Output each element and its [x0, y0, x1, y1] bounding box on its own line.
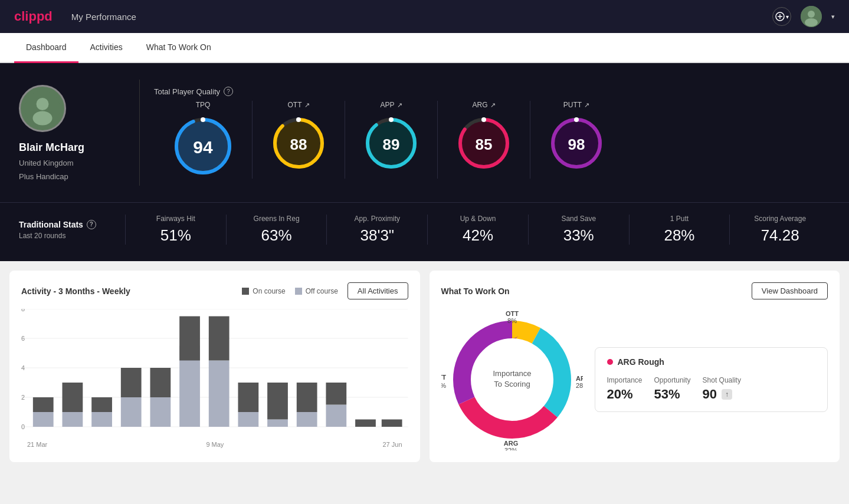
trad-stat-value-3: 42% [437, 226, 519, 245]
trad-stat-label-4: Sand Save [538, 215, 619, 223]
avatar-chevron: ▾ [831, 13, 835, 21]
bar-on-3 [91, 397, 112, 412]
trad-stats-grid: Fairways Hit 51% Greens In Reg 63% App. … [125, 215, 830, 245]
bar-off-3 [91, 412, 112, 427]
player-country: United Kingdom [19, 159, 74, 167]
svg-text:OTT: OTT [506, 310, 519, 317]
x-axis-labels: 21 Mar 9 May 27 Jun [21, 441, 408, 448]
tab-dashboard[interactable]: Dashboard [14, 33, 78, 63]
svg-text:2: 2 [21, 394, 25, 401]
what-to-work-on-card: What To Work On View Dashboard [430, 271, 840, 462]
score-circle-arg: ARG↗85 [438, 101, 530, 179]
all-activities-button[interactable]: All Activities [348, 282, 408, 299]
circle-svg-app: 89 [362, 114, 421, 173]
svg-point-24 [481, 117, 486, 122]
donut-section: Importance To Scoring OTT 8% APP 28% ARG… [441, 309, 583, 450]
trad-stat-3: Up & Down 42% [427, 215, 528, 245]
circle-svg-tpq: 94 [171, 114, 235, 179]
bar-on-11 [326, 383, 346, 405]
trad-stat-label-6: Scoring Average [739, 215, 821, 223]
bar-on-5 [150, 368, 171, 397]
bar-on-9 [267, 383, 288, 420]
score-label-arg: ARG↗ [472, 101, 495, 109]
bar-on-13 [382, 420, 402, 427]
tab-bar: Dashboard Activities What To Work On [0, 33, 849, 63]
score-circle-app: APP↗89 [345, 101, 438, 179]
trad-stat-1: Greens In Reg 63% [226, 215, 327, 245]
trad-help-icon[interactable]: ? [87, 220, 96, 229]
score-label-putt: PUTT↗ [563, 101, 589, 109]
bar-off-2 [63, 412, 83, 427]
arg-metrics: Importance 20% Opportunity 53% Shot Qual… [607, 376, 816, 402]
trad-stat-value-6: 74.28 [739, 226, 821, 245]
svg-point-28 [574, 117, 579, 122]
tab-activities[interactable]: Activities [78, 33, 135, 63]
add-button[interactable]: ▾ [772, 7, 791, 26]
svg-point-5 [805, 18, 818, 27]
work-content: Importance To Scoring OTT 8% APP 28% ARG… [441, 309, 828, 450]
trad-stat-label-0: Fairways Hit [135, 215, 217, 223]
arg-title: ARG Rough [607, 357, 816, 367]
tpq-help-icon[interactable]: ? [224, 87, 233, 96]
svg-point-7 [37, 98, 49, 110]
player-avatar [19, 85, 66, 132]
tpq-section: Total Player Quality ? TPQ94OTT↗88APP↗89… [154, 87, 622, 179]
svg-point-20 [389, 117, 394, 122]
header-title: My Performance [71, 12, 772, 22]
bar-on-1 [33, 397, 54, 412]
svg-text:4: 4 [21, 364, 25, 371]
activity-chart-title: Activity - 3 Months - Weekly [21, 286, 130, 296]
score-circle-ott: OTT↗88 [253, 101, 345, 179]
trad-stat-value-1: 63% [236, 226, 317, 245]
arg-metric-importance: Importance 20% [607, 376, 643, 402]
svg-text:28%: 28% [576, 382, 583, 389]
svg-point-12 [201, 117, 205, 122]
player-info: Blair McHarg United Kingdom Plus Handica… [19, 85, 125, 181]
legend-off-course-dot [295, 288, 302, 295]
trad-stat-0: Fairways Hit 51% [125, 215, 226, 245]
arg-metric-shot-quality: Shot Quality 90 ↑ [703, 376, 741, 402]
bar-off-8 [238, 412, 258, 427]
activity-card: Activity - 3 Months - Weekly On course O… [9, 271, 420, 462]
bar-off-9 [267, 420, 288, 427]
bar-on-8 [238, 383, 258, 412]
donut-svg: Importance To Scoring OTT 8% APP 28% ARG… [441, 309, 583, 450]
trad-title: Traditional Stats ? [19, 220, 125, 229]
chart-legend: On course Off course [242, 287, 338, 295]
chart-area: 0 2 4 6 8 [21, 309, 408, 439]
trad-stat-value-5: 28% [639, 226, 720, 245]
trad-label-section: Traditional Stats ? Last 20 rounds [19, 220, 125, 240]
svg-text:89: 89 [383, 136, 400, 153]
header: clippd My Performance ▾ ▾ [0, 0, 849, 33]
svg-text:85: 85 [476, 136, 493, 153]
trad-stat-label-1: Greens In Reg [236, 215, 317, 223]
arg-card: ARG Rough Importance 20% Opportunity 53%… [595, 347, 828, 412]
score-label-app: APP↗ [380, 101, 402, 109]
stats-banner: Blair McHarg United Kingdom Plus Handica… [0, 63, 849, 202]
svg-point-16 [296, 117, 301, 122]
view-dashboard-button[interactable]: View Dashboard [752, 282, 828, 299]
user-avatar[interactable] [801, 6, 822, 27]
svg-text:8%: 8% [507, 317, 517, 324]
bar-off-1 [33, 412, 54, 427]
bar-off-10 [297, 412, 317, 427]
score-circles: TPQ94OTT↗88APP↗89ARG↗85PUTT↗98 [154, 101, 622, 179]
svg-text:0: 0 [21, 423, 25, 430]
trad-stat-2: App. Proximity 38'3" [326, 215, 427, 245]
score-circle-tpq: TPQ94 [154, 101, 253, 179]
bar-on-7 [209, 317, 230, 361]
trad-stat-6: Scoring Average 74.28 [729, 215, 830, 245]
bar-off-11 [326, 405, 346, 427]
logo: clippd [14, 9, 53, 24]
arg-metric-opportunity: Opportunity 53% [654, 376, 691, 402]
trad-stat-4: Sand Save 33% [528, 215, 629, 245]
score-circle-putt: PUTT↗98 [530, 101, 622, 179]
divider [139, 80, 140, 186]
svg-text:To Scoring: To Scoring [494, 380, 530, 388]
svg-text:PUTT: PUTT [441, 374, 446, 381]
trad-stat-value-4: 33% [538, 226, 619, 245]
chart-svg: 0 2 4 6 8 [21, 309, 408, 439]
bottom-section: Activity - 3 Months - Weekly On course O… [0, 261, 849, 472]
tab-what-to-work-on[interactable]: What To Work On [135, 33, 223, 63]
circle-svg-putt: 98 [547, 114, 606, 173]
